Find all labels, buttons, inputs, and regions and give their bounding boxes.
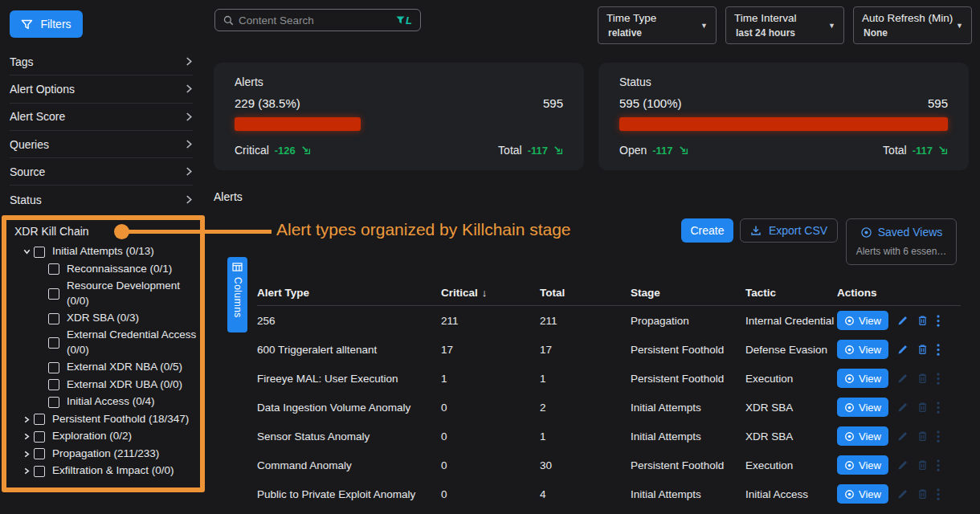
killchain-tree-item[interactable]: Exfiltration & Impact (0/0) <box>6 463 202 480</box>
progress-bar <box>619 117 948 131</box>
delete-trash-icon[interactable] <box>917 344 928 355</box>
more-options-kebab-icon[interactable] <box>937 488 940 500</box>
table-header-cell[interactable]: Critical ↓ <box>441 287 540 299</box>
edit-pencil-icon[interactable] <box>897 315 909 326</box>
dropdown[interactable]: Time Type relative ▼ <box>598 6 717 44</box>
checkbox[interactable] <box>48 313 59 324</box>
table-header-cell[interactable]: Total ↓ <box>540 287 631 299</box>
checkbox[interactable] <box>48 397 59 408</box>
killchain-tree-item[interactable]: Resource Development (0/0) <box>6 278 202 310</box>
killchain-tree-item[interactable]: XDR SBA (0/3) <box>6 310 202 328</box>
checkbox[interactable] <box>48 337 59 349</box>
sidebar-item[interactable]: Alert Score <box>10 104 193 131</box>
delete-trash-icon[interactable] <box>917 402 928 413</box>
checkbox[interactable] <box>34 247 45 258</box>
export-csv-label: Export CSV <box>769 224 827 237</box>
killchain-tree-item[interactable]: Initial Attempts (0/13) <box>6 243 202 261</box>
killchain-item-label: Propagation (211/233) <box>52 446 159 463</box>
dropdown[interactable]: Auto Refresh (Min) None ▼ <box>853 6 972 44</box>
tactic-cell: XDR SBA <box>745 430 837 443</box>
view-button-label: View <box>859 430 881 443</box>
search-input[interactable] <box>239 14 391 27</box>
more-options-kebab-icon[interactable] <box>937 430 940 443</box>
killchain-item-label: Reconnaissance (0/1) <box>67 261 172 278</box>
sidebar-item[interactable]: Queries <box>10 131 193 158</box>
delete-trash-icon[interactable] <box>917 488 928 500</box>
checkbox[interactable] <box>48 288 59 300</box>
dropdown[interactable]: Time Interval last 24 hours ▼ <box>725 6 844 44</box>
expander-chevron-icon[interactable] <box>22 432 34 441</box>
edit-pencil-icon[interactable] <box>897 373 909 384</box>
killchain-tree-item[interactable]: External XDR NBA (0/5) <box>6 359 202 377</box>
eye-icon <box>844 374 855 383</box>
table-header-cell[interactable]: Stage ↓ <box>631 287 745 299</box>
killchain-item-label: Initial Access (0/4) <box>67 394 155 410</box>
more-options-kebab-icon[interactable] <box>937 459 940 471</box>
view-button[interactable]: View <box>837 398 888 417</box>
checkbox[interactable] <box>48 263 59 275</box>
table-header-cell[interactable]: Tactic ↓ <box>745 287 837 299</box>
view-button[interactable]: View <box>837 340 888 359</box>
killchain-tree-item[interactable]: Exploration (0/2) <box>6 428 202 446</box>
columns-button[interactable]: Columns <box>227 257 247 332</box>
sort-down-icon: ↓ <box>482 287 488 299</box>
table-header-cell[interactable]: Actions ↓ <box>837 287 961 299</box>
checkbox[interactable] <box>34 431 45 443</box>
expander-chevron-icon[interactable] <box>22 247 34 256</box>
sidebar-item[interactable]: Status <box>10 186 193 213</box>
alerts-dashboard: Filters Tags Alert Options Alert Score Q… <box>0 0 980 514</box>
trend-down-icon <box>679 145 688 155</box>
killchain-tree-item[interactable]: Initial Access (0/4) <box>6 394 202 411</box>
saved-views-button[interactable]: Saved Views Alerts with 6 essen… <box>846 218 957 265</box>
filter-funnel-icon <box>21 19 33 30</box>
sidebar-item[interactable]: Tags <box>10 48 193 75</box>
edit-pencil-icon[interactable] <box>897 402 909 413</box>
checkbox[interactable] <box>34 448 45 459</box>
killchain-tree-item[interactable]: External XDR UBA (0/0) <box>6 377 202 394</box>
checkbox[interactable] <box>34 466 45 477</box>
dropdown-value: last 24 hours <box>734 27 797 39</box>
export-csv-button[interactable]: Export CSV <box>740 218 838 243</box>
killchain-tree-item[interactable]: Persistent Foothold (18/347) <box>6 411 202 429</box>
card-right-label: Total <box>498 144 522 157</box>
create-button[interactable]: Create <box>681 218 733 243</box>
edit-pencil-icon[interactable] <box>897 459 909 471</box>
expander-chevron-icon[interactable] <box>22 450 34 459</box>
table-header-cell[interactable]: Alert Type ↓ <box>257 287 441 299</box>
killchain-item-label: Initial Attempts (0/13) <box>52 243 154 260</box>
alerts-section-title: Alerts <box>214 190 243 203</box>
edit-pencil-icon[interactable] <box>897 344 909 355</box>
sidebar-item[interactable]: Alert Options <box>10 75 193 103</box>
view-button[interactable]: View <box>837 455 888 475</box>
download-icon <box>750 225 762 236</box>
card-right-value: 595 <box>543 96 563 110</box>
more-options-kebab-icon[interactable] <box>937 315 940 327</box>
killchain-tree-item[interactable]: Propagation (211/233) <box>6 446 202 463</box>
view-button[interactable]: View <box>837 426 888 446</box>
view-button[interactable]: View <box>837 369 888 388</box>
delete-trash-icon[interactable] <box>917 315 928 326</box>
view-button-label: View <box>859 373 881 385</box>
more-options-kebab-icon[interactable] <box>937 344 940 356</box>
killchain-tree-item[interactable]: External Credential Access (0/0) <box>6 327 202 359</box>
checkbox[interactable] <box>48 362 59 373</box>
checkbox[interactable] <box>48 379 59 390</box>
more-options-kebab-icon[interactable] <box>937 402 940 414</box>
killchain-tree-item[interactable]: Reconnaissance (0/1) <box>6 261 202 279</box>
delete-trash-icon[interactable] <box>917 459 928 471</box>
delete-trash-icon[interactable] <box>917 430 928 442</box>
sidebar-item[interactable]: Source <box>10 158 193 186</box>
edit-pencil-icon[interactable] <box>897 430 909 442</box>
eye-icon <box>844 432 855 441</box>
expander-chevron-icon[interactable] <box>22 467 34 475</box>
view-button[interactable]: View <box>837 484 888 504</box>
filters-button[interactable]: Filters <box>10 10 83 38</box>
checkbox[interactable] <box>34 414 45 425</box>
edit-pencil-icon[interactable] <box>897 488 909 500</box>
lucene-query-icon[interactable]: L <box>396 14 412 27</box>
filters-button-label: Filters <box>40 18 71 31</box>
view-button[interactable]: View <box>837 311 888 330</box>
delete-trash-icon[interactable] <box>917 373 928 384</box>
more-options-kebab-icon[interactable] <box>937 373 940 385</box>
expander-chevron-icon[interactable] <box>22 415 34 424</box>
